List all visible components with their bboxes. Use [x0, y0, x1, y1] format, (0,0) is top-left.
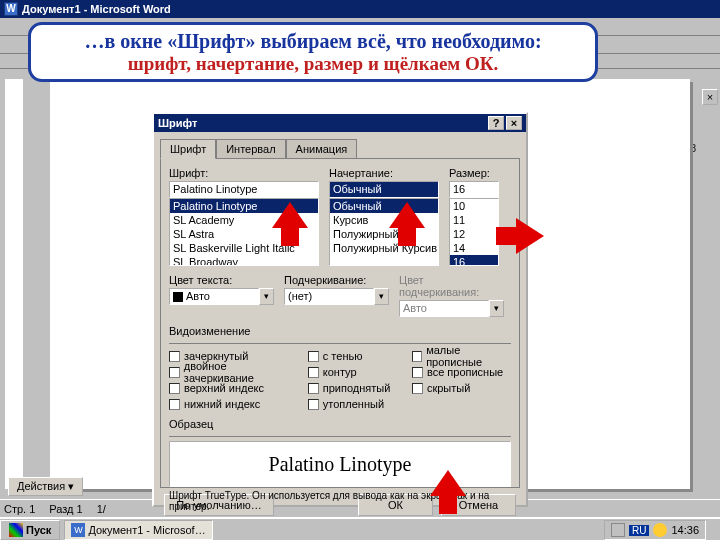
taskbar-item-label: Документ1 - Microsof… — [88, 524, 205, 536]
underline-color-select: Авто — [399, 300, 489, 317]
status-position: 1/ — [97, 503, 106, 515]
list-item[interactable]: 14 — [450, 241, 498, 255]
effect-hidden[interactable]: скрытый — [412, 380, 511, 396]
tab-spacing[interactable]: Интервал — [216, 139, 285, 159]
taskbar: Пуск W Документ1 - Microsof… RU 14:36 — [0, 517, 720, 540]
annotation-callout: …в окне «Шрифт» выбираем всё, что необхо… — [28, 22, 598, 82]
app-title: Документ1 - Microsoft Word — [22, 0, 171, 18]
doc-close-button[interactable]: × — [702, 89, 718, 105]
effect-double-strike[interactable]: двойное зачеркивание — [169, 364, 298, 380]
dialog-close-button[interactable]: × — [506, 116, 522, 130]
text-color-select[interactable]: Авто — [169, 288, 259, 305]
effect-subscript[interactable]: нижний индекс — [169, 396, 298, 412]
font-name-input[interactable]: Palatino Linotype — [169, 181, 319, 198]
list-item[interactable]: Полужирный Курсив — [330, 241, 438, 255]
label-size: Размер: — [449, 167, 499, 179]
font-size-input[interactable]: 16 — [449, 181, 499, 198]
font-style-input[interactable]: Обычный — [329, 181, 439, 198]
status-section-label: Разд 1 — [49, 503, 82, 515]
system-tray: RU 14:36 — [604, 520, 706, 540]
dropdown-icon: ▾ — [489, 300, 504, 317]
effect-superscript[interactable]: верхний индекс — [169, 380, 298, 396]
word-icon: W — [71, 523, 85, 537]
start-label: Пуск — [26, 524, 51, 536]
windows-flag-icon — [9, 523, 23, 537]
tab-animation[interactable]: Анимация — [286, 139, 358, 159]
effect-small-caps[interactable]: малые прописные — [412, 348, 511, 364]
font-dialog-titlebar: Шрифт ? × — [154, 114, 526, 132]
dropdown-icon[interactable]: ▾ — [374, 288, 389, 305]
list-item[interactable]: SL Broadway — [170, 255, 318, 266]
effect-engrave[interactable]: утопленный — [308, 396, 402, 412]
start-button[interactable]: Пуск — [0, 520, 60, 540]
status-page-label: Стр. 1 — [4, 503, 35, 515]
clock: 14:36 — [671, 524, 699, 536]
annotation-line-2: шрифт, начертание, размер и щёлкаем ОК. — [128, 53, 499, 75]
actions-menu-button[interactable]: Действия ▾ — [8, 477, 83, 496]
app-titlebar: W Документ1 - Microsoft Word — [0, 0, 720, 18]
divider — [169, 436, 511, 437]
list-item[interactable]: 12 — [450, 227, 498, 241]
effect-outline[interactable]: контур — [308, 364, 402, 380]
label-text-color: Цвет текста: — [169, 274, 274, 286]
label-style: Начертание: — [329, 167, 439, 179]
list-item[interactable]: 11 — [450, 213, 498, 227]
dropdown-icon[interactable]: ▾ — [259, 288, 274, 305]
font-dialog-title: Шрифт — [158, 117, 197, 129]
effect-shadow[interactable]: с тенью — [308, 348, 402, 364]
effect-all-caps[interactable]: все прописные — [412, 364, 511, 380]
dialog-help-button[interactable]: ? — [488, 116, 504, 130]
language-indicator[interactable]: RU — [629, 525, 649, 536]
tray-icon-1[interactable] — [611, 523, 625, 537]
underline-select[interactable]: (нет) — [284, 288, 374, 305]
word-icon: W — [4, 2, 18, 16]
tab-font[interactable]: Шрифт — [160, 139, 216, 159]
actions-bar: Действия ▾ — [8, 475, 83, 497]
list-item[interactable]: 10 — [450, 199, 498, 213]
list-item[interactable]: Полужирный — [330, 227, 438, 241]
dialog-tabs: Шрифт Интервал Анимация — [160, 138, 520, 158]
annotation-line-1: …в окне «Шрифт» выбираем всё, что необхо… — [84, 30, 541, 53]
taskbar-item-word[interactable]: W Документ1 - Microsof… — [64, 520, 212, 540]
effects-group-label: Видоизменение — [169, 325, 511, 337]
font-size-list[interactable]: 10 11 12 14 16 — [449, 198, 499, 266]
font-dialog: Шрифт ? × Шрифт Интервал Анимация Шрифт:… — [152, 112, 528, 507]
list-item[interactable]: 16 — [450, 255, 498, 266]
label-underline-color: Цвет подчеркивания: — [399, 274, 504, 298]
sample-group-label: Образец — [169, 418, 511, 430]
tray-icon-2[interactable] — [653, 523, 667, 537]
label-font: Шрифт: — [169, 167, 319, 179]
tab-page-font: Шрифт: Palatino Linotype Palatino Linoty… — [160, 158, 520, 488]
vertical-ruler — [5, 79, 23, 489]
label-underline: Подчеркивание: — [284, 274, 389, 286]
effect-emboss[interactable]: приподнятый — [308, 380, 402, 396]
